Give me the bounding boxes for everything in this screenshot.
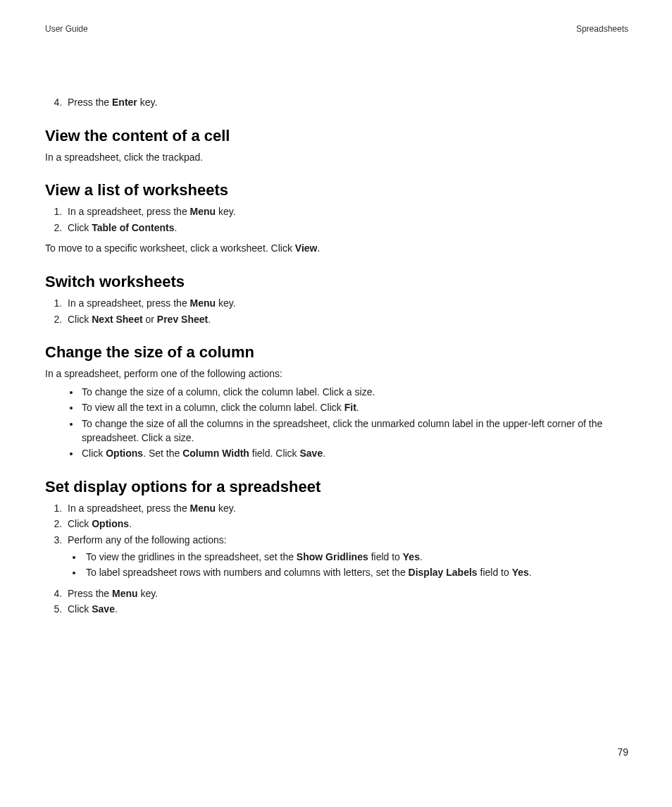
bullet-list: To change the size of a column, click th… bbox=[45, 386, 628, 461]
steps-list: In a spreadsheet, press the Menu key. Cl… bbox=[45, 205, 628, 235]
bullet-item: Click Options. Set the Column Width fiel… bbox=[80, 447, 628, 461]
step-item: Click Save. bbox=[65, 603, 628, 617]
heading-switch-worksheets: Switch worksheets bbox=[45, 273, 628, 291]
step-item: Click Next Sheet or Prev Sheet. bbox=[65, 313, 628, 327]
bullet-item: To view the gridlines in the spreadsheet… bbox=[83, 550, 628, 565]
steps-list: In a spreadsheet, press the Menu key. Cl… bbox=[45, 297, 628, 326]
step-item: Click Table of Contents. bbox=[65, 221, 628, 235]
paragraph: In a spreadsheet, click the trackpad. bbox=[45, 151, 628, 165]
step-item: Click Options. bbox=[65, 517, 628, 531]
step-item: Press the Enter key. bbox=[65, 96, 628, 110]
header-left: User Guide bbox=[45, 24, 88, 34]
steps-list: In a spreadsheet, press the Menu key. Cl… bbox=[45, 502, 628, 580]
paragraph: To move to a specific worksheet, click a… bbox=[45, 242, 628, 256]
bullet-item: To change the size of a column, click th… bbox=[80, 386, 628, 400]
page-container: User Guide Spreadsheets Press the Enter … bbox=[0, 0, 672, 807]
paragraph: In a spreadsheet, perform one of the fol… bbox=[45, 367, 628, 381]
step-item: Perform any of the following actions: To… bbox=[65, 534, 628, 580]
step-item: In a spreadsheet, press the Menu key. bbox=[65, 502, 628, 516]
heading-view-cell-content: View the content of a cell bbox=[45, 127, 628, 145]
nested-bullet-list: To view the gridlines in the spreadsheet… bbox=[68, 550, 628, 580]
step-item: In a spreadsheet, press the Menu key. bbox=[65, 297, 628, 311]
bullet-item: To view all the text in a column, click … bbox=[80, 401, 628, 415]
heading-change-column-size: Change the size of a column bbox=[45, 343, 628, 362]
heading-set-display-options: Set display options for a spreadsheet bbox=[45, 478, 628, 496]
bullet-item: To label spreadsheet rows with numbers a… bbox=[83, 566, 628, 580]
heading-view-worksheet-list: View a list of worksheets bbox=[45, 181, 628, 199]
step-item: Press the Menu key. bbox=[65, 587, 628, 601]
page-number: 79 bbox=[617, 746, 628, 758]
page-header: User Guide Spreadsheets bbox=[45, 24, 628, 34]
bullet-item: To change the size of all the columns in… bbox=[80, 417, 628, 445]
header-right: Spreadsheets bbox=[576, 24, 628, 34]
continued-steps-list: Press the Enter key. bbox=[45, 96, 628, 110]
step-item: In a spreadsheet, press the Menu key. bbox=[65, 205, 628, 219]
steps-list-continued: Press the Menu key. Click Save. bbox=[45, 587, 628, 617]
